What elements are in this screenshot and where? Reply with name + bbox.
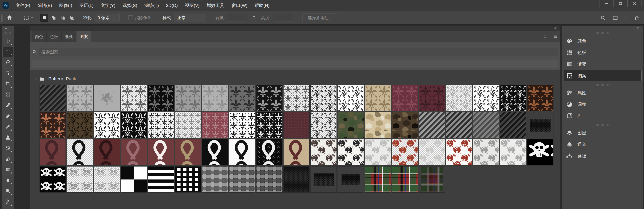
pattern-swatch-r1c14[interactable]	[392, 85, 418, 111]
pattern-swatch-r1c10[interactable]	[283, 85, 310, 111]
pattern-swatch-r3c16[interactable]	[446, 139, 472, 165]
pattern-swatch-r1c2[interactable]	[66, 85, 93, 111]
gradient-tool[interactable]	[2, 164, 13, 175]
toolbar-collapse[interactable]	[2, 26, 14, 31]
swap-width-height-icon[interactable]	[252, 15, 257, 20]
search-patterns-input[interactable]	[39, 48, 558, 56]
pattern-swatch-r2c16[interactable]	[446, 112, 472, 138]
pattern-swatch-r2c5[interactable]	[148, 112, 174, 138]
pattern-swatch-r1c19[interactable]	[527, 85, 554, 111]
pattern-swatch-r3c17[interactable]	[473, 139, 499, 165]
menu-item-10[interactable]: 增效工具	[203, 0, 228, 11]
pattern-swatch-r3c12[interactable]	[338, 139, 364, 165]
rectangular-marquee-tool[interactable]	[2, 46, 13, 57]
pattern-swatch-r2c4[interactable]	[121, 112, 147, 138]
dock-group-grip[interactable]	[596, 84, 609, 86]
pattern-swatch-r2c10[interactable]	[283, 112, 310, 138]
tab-颜色[interactable]: 颜色	[32, 31, 47, 42]
pattern-folder-row[interactable]: Pattern_Pack	[34, 74, 560, 83]
options-bar-grip[interactable]	[1, 14, 2, 22]
tab-图案[interactable]: 图案	[76, 31, 91, 42]
pattern-swatch-r3c1[interactable]	[40, 139, 66, 165]
pattern-swatch-r4c1[interactable]	[40, 166, 66, 192]
pattern-swatch-r3c7[interactable]	[202, 139, 228, 165]
pattern-swatch-r4c12[interactable]	[338, 166, 364, 192]
dock-item-渐变[interactable]: 渐变	[562, 58, 643, 70]
collapse-dock-icon[interactable]	[636, 27, 640, 30]
pattern-swatch-r1c15[interactable]	[419, 85, 445, 111]
pattern-swatch-r4c15[interactable]	[419, 166, 445, 192]
menu-item-7[interactable]: 滤镜(T)	[141, 0, 162, 11]
pattern-swatch-r4c6[interactable]	[175, 166, 201, 192]
dock-item-颜色[interactable]: 颜色	[562, 35, 643, 47]
clone-stamp-tool[interactable]	[2, 132, 13, 143]
tab-色板[interactable]: 色板	[47, 31, 62, 42]
menu-item-3[interactable]: 图像(I)	[56, 0, 76, 11]
pattern-swatch-r3c13[interactable]	[365, 139, 391, 165]
dodge-tool[interactable]	[2, 186, 13, 196]
pattern-swatch-r1c4[interactable]	[121, 85, 147, 111]
spot-healing-brush-tool[interactable]	[2, 111, 13, 121]
menu-item-5[interactable]: 文字(Y)	[97, 0, 119, 11]
pattern-swatch-r2c18[interactable]	[500, 112, 526, 138]
pattern-swatch-r2c17[interactable]	[473, 112, 499, 138]
pattern-swatch-r1c18[interactable]	[500, 85, 526, 111]
pattern-swatch-r2c14[interactable]	[392, 112, 418, 138]
toolbar-grip[interactable]	[4, 32, 12, 34]
close-button[interactable]	[628, 0, 642, 7]
pattern-swatch-r4c4[interactable]	[121, 166, 147, 192]
panel-menu-icon[interactable]	[553, 35, 558, 39]
brush-tool[interactable]	[2, 121, 13, 132]
pen-tool[interactable]	[2, 196, 13, 207]
intersect-selection-button[interactable]	[68, 14, 76, 22]
object-selection-tool[interactable]	[2, 68, 13, 78]
pattern-swatch-r1c6[interactable]	[175, 85, 201, 111]
pattern-swatch-r4c7[interactable]	[202, 166, 228, 192]
pattern-swatch-r1c5[interactable]	[148, 85, 174, 111]
subtract-from-selection-button[interactable]	[59, 14, 67, 22]
share-icon[interactable]	[634, 15, 640, 21]
pattern-swatch-r2c11[interactable]	[310, 112, 337, 138]
pattern-swatch-r3c5[interactable]	[148, 139, 174, 165]
pattern-swatch-r3c10[interactable]	[283, 139, 310, 165]
maximize-button[interactable]	[613, 0, 628, 7]
pattern-swatch-r4c3[interactable]	[94, 166, 120, 192]
pattern-swatch-r3c2[interactable]	[66, 139, 93, 165]
add-to-selection-button[interactable]	[50, 14, 58, 22]
dock-item-路径[interactable]: 路径	[562, 150, 643, 162]
dock-item-库[interactable]: 库	[562, 110, 643, 122]
pattern-swatch-r2c3[interactable]	[94, 112, 120, 138]
pattern-swatch-r1c9[interactable]	[256, 85, 282, 111]
pattern-swatch-r2c1[interactable]	[40, 112, 66, 138]
pattern-swatch-r2c6[interactable]	[175, 112, 201, 138]
pattern-swatch-r4c8[interactable]	[229, 166, 256, 192]
dock-item-属性[interactable]: 属性	[562, 87, 643, 98]
double-chevron-right-icon[interactable]	[543, 35, 547, 39]
pattern-swatch-r3c8[interactable]	[229, 139, 256, 165]
lasso-tool[interactable]	[2, 57, 13, 68]
collapse-dock-icon[interactable]	[554, 27, 558, 30]
menu-item-2[interactable]: 编辑(E)	[34, 0, 56, 11]
dock-item-图案[interactable]: 图案	[564, 70, 642, 81]
pattern-swatch-r3c6[interactable]	[175, 139, 201, 165]
blur-tool[interactable]	[2, 175, 13, 186]
pattern-swatch-r4c14[interactable]	[392, 166, 418, 192]
pattern-swatch-r4c2[interactable]	[66, 166, 93, 192]
history-brush-tool[interactable]	[2, 143, 13, 153]
pattern-swatch-r1c3[interactable]	[94, 85, 120, 111]
select-and-mask-button[interactable]: 选择并遮住...	[302, 13, 337, 22]
pattern-swatch-r3c15[interactable]	[419, 139, 445, 165]
pattern-swatch-r3c18[interactable]	[500, 139, 526, 165]
minimize-button[interactable]	[600, 0, 613, 7]
dock-group-grip[interactable]	[596, 32, 609, 34]
height-input[interactable]	[273, 14, 293, 22]
dock-item-通道[interactable]: 通道	[562, 139, 643, 150]
menu-item-8[interactable]: 3D(D)	[162, 0, 181, 11]
pattern-swatch-r2c19[interactable]	[527, 112, 554, 138]
menu-item-12[interactable]: 帮助(H)	[251, 0, 273, 11]
home-button[interactable]	[6, 15, 12, 21]
pattern-swatch-r3c3[interactable]	[94, 139, 120, 165]
pattern-swatch-r1c17[interactable]	[473, 85, 499, 111]
dock-group-grip[interactable]	[596, 124, 609, 126]
crop-tool[interactable]	[2, 78, 13, 89]
